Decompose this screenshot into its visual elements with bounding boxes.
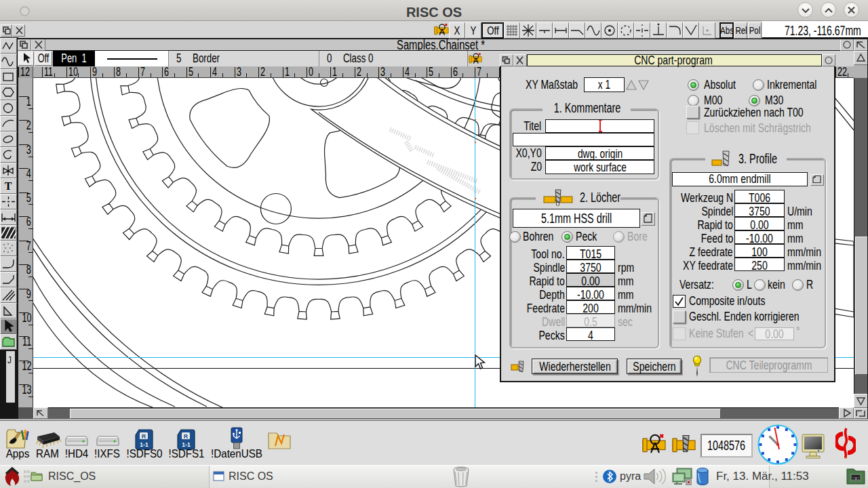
svg-text:R: R [142,433,146,440]
svg-text::o:: :o: [852,476,861,481]
svg-text:T: T [5,180,12,192]
svg-text:R: R [184,433,189,440]
